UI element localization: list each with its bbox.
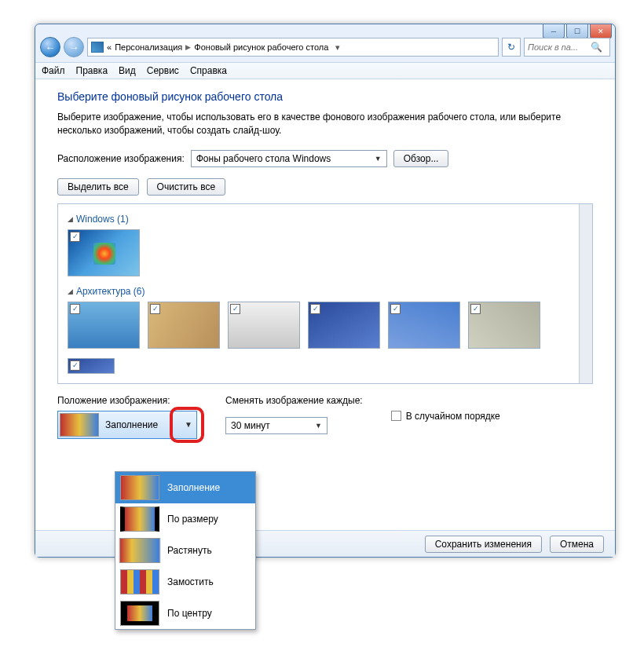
nav-forward-button[interactable]: → [64,37,84,57]
collapse-icon: ◢ [68,215,73,223]
option-preview-icon [120,601,159,626]
search-icon: 🔍 [591,42,602,53]
wallpaper-thumb[interactable]: ✓ [68,358,115,374]
collapse-icon: ◢ [68,287,73,295]
wallpaper-thumb[interactable]: ✓ [308,302,380,349]
menu-file[interactable]: Файл [42,65,65,76]
thumb-checkbox[interactable]: ✓ [70,232,80,242]
location-label: Расположение изображения: [57,153,185,164]
group-architecture[interactable]: ◢ Архитектура (6) [68,286,583,297]
thumb-checkbox[interactable]: ✓ [310,304,320,314]
option-preview-icon [120,475,159,500]
menu-help[interactable]: Справка [190,65,227,76]
selection-buttons: Выделить все Очистить все [57,178,593,196]
position-preview-icon [60,413,99,437]
clear-all-button[interactable]: Очистить все [147,178,225,196]
breadcrumb-dropdown[interactable]: ▾ [331,42,344,53]
location-select[interactable]: Фоны рабочего стола Windows ▼ [191,150,387,167]
select-all-button[interactable]: Выделить все [57,178,139,196]
option-preview-icon [120,569,159,594]
page-description: Выберите изображение, чтобы использовать… [57,111,593,137]
menu-edit[interactable]: Правка [76,65,108,76]
thumb-checkbox[interactable]: ✓ [470,304,481,314]
nav-back-button[interactable]: ← [40,37,60,57]
position-option-fill[interactable]: Заполнение [115,472,255,503]
position-column: Положение изображения: Заполнение ▼ [57,395,197,439]
thumb-checkbox[interactable]: ✓ [70,304,80,314]
scrollbar[interactable] [579,204,592,383]
interval-value: 30 минут [231,420,270,431]
breadcrumb-root[interactable]: Персонализация [115,42,182,52]
wallpaper-thumb[interactable]: ✓ [388,302,460,349]
group-windows[interactable]: ◢ Windows (1) [68,214,583,225]
menu-tools[interactable]: Сервис [147,65,179,76]
save-button[interactable]: Сохранить изменения [425,536,542,553]
options-row: Положение изображения: Заполнение ▼ Смен… [57,395,593,439]
cancel-button[interactable]: Отмена [550,536,604,553]
breadcrumb[interactable]: « Персонализация ▶ Фоновый рисунок рабоч… [87,38,499,57]
search-input[interactable] [528,42,591,52]
thumb-checkbox[interactable]: ✓ [150,304,160,314]
position-option-tile[interactable]: Замостить [115,566,255,598]
interval-select[interactable]: 30 минут ▼ [225,417,327,434]
page-title: Выберите фоновый рисунок рабочего стола [57,90,593,103]
random-checkbox-row[interactable]: В случайном порядке [391,411,500,422]
position-option-center[interactable]: По центру [115,598,255,629]
position-option-stretch[interactable]: Растянуть [115,535,255,566]
browse-button[interactable]: Обзор... [393,150,449,167]
thumb-checkbox[interactable]: ✓ [230,304,240,314]
content-area: Выберите фоновый рисунок рабочего стола … [35,79,615,530]
chevron-down-icon: ▼ [182,420,195,429]
chevron-down-icon: ▼ [375,155,382,163]
wallpaper-thumb[interactable]: ✓ [148,302,220,349]
breadcrumb-current: Фоновый рисунок рабочего стола [194,42,328,52]
interval-column: Сменять изображение каждые: 30 минут ▼ [225,395,363,434]
thumb-checkbox[interactable]: ✓ [70,360,80,371]
wallpaper-thumb[interactable]: ✓ [468,302,540,349]
control-panel-icon [91,42,104,53]
location-value: Фоны рабочего стола Windows [196,153,331,164]
menu-bar: Файл Правка Вид Сервис Справка [35,62,615,79]
position-option-fit[interactable]: По размеру [115,503,255,535]
nav-row: ← → « Персонализация ▶ Фоновый рисунок р… [40,35,610,59]
interval-label: Сменять изображение каждые: [225,395,363,406]
wallpaper-thumb[interactable]: ✓ [68,302,140,349]
wallpaper-thumb[interactable]: ✓ [228,302,300,349]
position-label: Положение изображения: [57,395,197,406]
chevron-right-icon: ▶ [185,43,191,51]
search-box[interactable]: 🔍 [524,38,610,57]
option-preview-icon [119,538,161,563]
thumb-checkbox[interactable]: ✓ [390,304,401,314]
breadcrumb-back-chevron: « [107,42,112,52]
refresh-button[interactable]: ↻ [502,38,521,57]
option-preview-icon [120,507,159,532]
image-location-row: Расположение изображения: Фоны рабочего … [57,150,593,167]
position-dropdown: Заполнение По размеру Растянуть Замостит… [115,471,256,630]
menu-view[interactable]: Вид [119,65,136,76]
position-value: Заполнение [105,419,158,430]
random-checkbox[interactable] [391,411,401,421]
position-select[interactable]: Заполнение ▼ [57,411,197,439]
wallpaper-thumb[interactable]: ✓ [68,229,140,276]
random-label: В случайном порядке [406,411,500,422]
wallpaper-gallery[interactable]: ◢ Windows (1) ✓ ◢ Архитектура (6) ✓ ✓ ✓ … [57,203,593,384]
chevron-down-icon: ▼ [315,422,322,430]
